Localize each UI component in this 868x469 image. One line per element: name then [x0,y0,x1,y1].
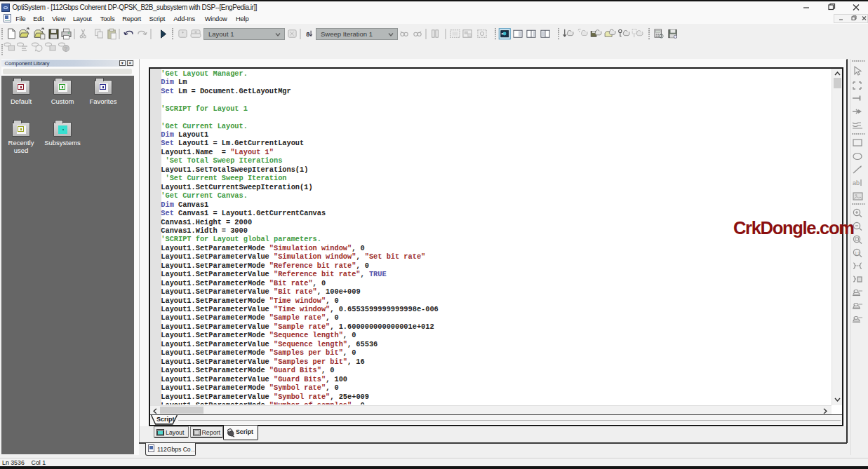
svg-text:ab: ab [853,179,860,186]
svg-text:8: 8 [306,30,309,37]
svg-text:?: ? [65,46,68,52]
svg-text:1:1: 1:1 [855,251,860,255]
